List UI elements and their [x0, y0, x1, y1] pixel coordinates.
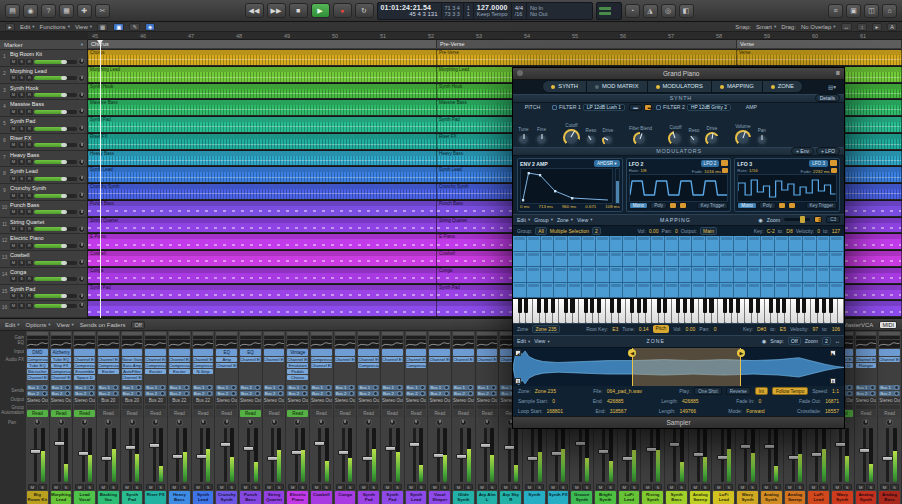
send-slot[interactable]: Bus 2: [74, 391, 95, 396]
channel-pan-knob[interactable]: [81, 419, 88, 426]
window-close-icon[interactable]: [517, 70, 523, 76]
filter1-drive-knob[interactable]: [602, 134, 614, 146]
sample-zone-cell[interactable]: [651, 236, 665, 250]
automation-mode-button[interactable]: Read: [335, 410, 356, 418]
send-slot[interactable]: Bus 2: [477, 391, 498, 396]
mute-button[interactable]: M: [288, 484, 297, 490]
instrument-slot[interactable]: EQ: [216, 349, 237, 357]
track-volume-slider[interactable]: [34, 143, 77, 147]
track-pan-knob[interactable]: [78, 259, 85, 266]
track-volume-slider[interactable]: [34, 110, 77, 114]
output-slot[interactable]: Stereo Out: [406, 397, 427, 405]
kb-pan-value[interactable]: 0: [714, 326, 717, 332]
r-button[interactable]: R: [26, 176, 33, 182]
eq-thumbnail[interactable]: [169, 340, 190, 349]
fx-insert-slot[interactable]: Channel EQ: [287, 357, 308, 362]
mute-button[interactable]: M: [99, 484, 108, 490]
marker-header[interactable]: Marker▾: [0, 40, 87, 50]
channel-pan-knob[interactable]: [365, 419, 372, 426]
solo-button[interactable]: S: [819, 484, 828, 490]
mute-button[interactable]: M: [856, 484, 865, 490]
mute-button[interactable]: M: [809, 484, 818, 490]
send-slot[interactable]: Bus 1: [122, 385, 143, 390]
mute-button[interactable]: M: [833, 484, 842, 490]
plugin-menu-icon[interactable]: ≣: [835, 70, 840, 76]
channel-fader[interactable]: [453, 428, 474, 482]
filter1-reso-knob[interactable]: [585, 134, 597, 146]
channel-fader[interactable]: [832, 428, 853, 482]
send-slot[interactable]: Bus 2: [453, 391, 474, 396]
sample-zone-cell[interactable]: [623, 252, 637, 266]
m-button[interactable]: M: [10, 159, 17, 165]
eq-thumbnail[interactable]: [122, 340, 143, 349]
output-slot[interactable]: Bus 20: [98, 397, 119, 405]
sample-zone-cell[interactable]: [596, 283, 610, 297]
sample-zone-cell[interactable]: [554, 267, 568, 281]
sample-zone-cell[interactable]: [803, 236, 817, 250]
kb-zone-select[interactable]: Zone 235: [532, 325, 559, 333]
s-button[interactable]: S: [18, 59, 25, 65]
output-slot[interactable]: Stereo Out: [216, 397, 237, 405]
mute-button[interactable]: M: [241, 484, 250, 490]
r-button[interactable]: R: [26, 109, 33, 115]
send-slot[interactable]: Bus 1: [74, 385, 95, 390]
channel-fader[interactable]: [690, 428, 711, 482]
sample-zone-cell[interactable]: [568, 252, 582, 266]
r-button[interactable]: R: [26, 142, 33, 148]
r-button[interactable]: R: [26, 209, 33, 215]
zone-menu-edit[interactable]: Edit▾: [517, 338, 530, 344]
sample-zone-cell[interactable]: [817, 252, 831, 266]
track-header[interactable]: 12Electric PianoMSR: [0, 234, 87, 251]
solo-button[interactable]: S: [298, 484, 307, 490]
editors-icon[interactable]: ✂: [95, 4, 110, 18]
menu-edit[interactable]: Edit▾: [20, 24, 35, 30]
sample-zone-cell[interactable]: [706, 236, 720, 250]
automation-mode-button[interactable]: Read: [216, 410, 237, 418]
output-slot[interactable]: Bus 22: [193, 397, 214, 405]
send-slot[interactable]: Bus 1: [240, 385, 261, 390]
channel-fader[interactable]: [311, 428, 332, 482]
sample-zone-cell[interactable]: [775, 283, 789, 297]
send-slot[interactable]: Bus 1: [879, 385, 900, 390]
channel-fader[interactable]: [27, 428, 48, 482]
crossfade-value[interactable]: 18557: [825, 408, 839, 414]
instrument-slot[interactable]: [382, 349, 403, 357]
fx-insert-slot[interactable]: Channel EQ: [122, 375, 143, 380]
send-slot[interactable]: Bus 2: [856, 391, 877, 396]
eq-thumbnail[interactable]: [216, 340, 237, 349]
track-header[interactable]: 16MSR: [0, 301, 87, 318]
channel-pan-knob[interactable]: [413, 419, 420, 426]
playhead[interactable]: [100, 40, 101, 318]
toolbar-icon[interactable]: ▦: [59, 4, 74, 18]
send-slot[interactable]: Bus 2: [27, 391, 48, 396]
track-pan-knob[interactable]: [78, 226, 85, 233]
r-button[interactable]: R: [26, 59, 33, 65]
eq-thumbnail[interactable]: [264, 340, 285, 349]
solo-button[interactable]: S: [346, 484, 355, 490]
m-button[interactable]: M: [10, 276, 17, 282]
sample-start-handle[interactable]: S: [515, 378, 521, 384]
details-button[interactable]: Details: [815, 94, 840, 102]
instrument-slot[interactable]: [879, 349, 900, 357]
channel-fader[interactable]: [193, 428, 214, 482]
fx-insert-slot[interactable]: Tube EQ: [51, 357, 72, 362]
fader-cap[interactable]: [243, 446, 254, 451]
sample-zone-cell[interactable]: [582, 267, 596, 281]
sample-zone-cell[interactable]: [734, 236, 748, 250]
track-pan-knob[interactable]: [78, 293, 85, 300]
fader-cap[interactable]: [433, 453, 444, 458]
sample-zone-cell[interactable]: [761, 236, 775, 250]
sample-zone-cell[interactable]: [554, 283, 568, 297]
fader-cap[interactable]: [409, 442, 420, 447]
send-slot[interactable]: Bus 2: [145, 391, 166, 396]
track-header[interactable]: 3Synth HookMSR: [0, 84, 87, 101]
fx-insert-slot[interactable]: Channel EQ: [264, 357, 285, 362]
count-in-icon[interactable]: ◔: [625, 4, 640, 18]
channel-pan-knob[interactable]: [886, 419, 893, 426]
add-env-button[interactable]: + Env: [791, 147, 814, 155]
black-key[interactable]: [769, 299, 773, 313]
fx-insert-slot[interactable]: Compressor: [98, 363, 119, 368]
automation-mode-button[interactable]: Read: [193, 410, 214, 418]
fx-insert-slot[interactable]: Channel EQ: [406, 357, 427, 362]
channel-pan-knob[interactable]: [318, 419, 325, 426]
